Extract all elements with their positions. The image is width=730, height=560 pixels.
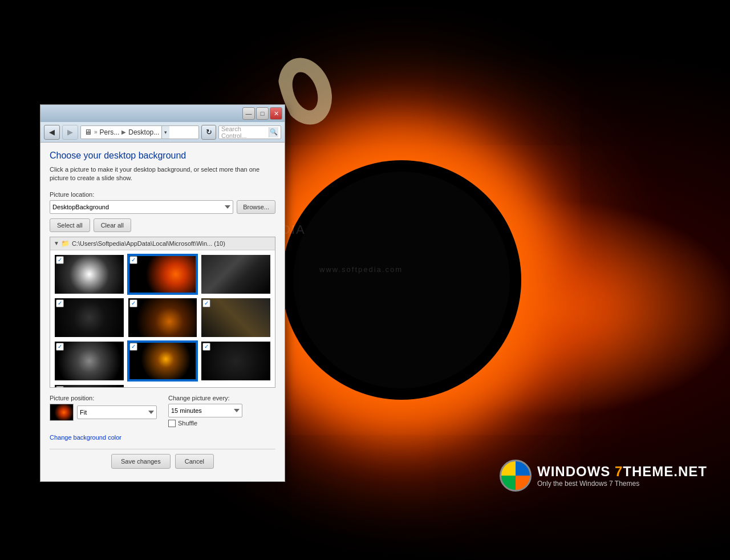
image-cell-1[interactable]: ✓: [54, 254, 125, 295]
bottom-buttons: Save changes Cancel: [50, 449, 275, 473]
image-check-6[interactable]: ✓: [202, 299, 210, 307]
brand-badge: WINDOWS 7THEME.NET Only the best Windows…: [500, 460, 707, 492]
page-description: Click a picture to make it your desktop …: [50, 165, 275, 183]
breadcrumb-sep2: ▶: [121, 129, 126, 135]
search-icon[interactable]: 🔍: [269, 127, 278, 137]
picture-location-label: Picture location:: [50, 191, 275, 198]
image-cell-7[interactable]: ✓: [54, 340, 125, 382]
content-area: Choose your desktop background Click a p…: [40, 143, 285, 481]
image-check-8[interactable]: ✓: [129, 343, 137, 351]
image-thumb-4: [55, 298, 124, 337]
image-cell-4[interactable]: ✓: [54, 297, 125, 338]
titlebar-buttons: — □ ✕: [242, 107, 282, 120]
shuffle-checkbox[interactable]: [168, 420, 176, 427]
refresh-button[interactable]: ↻: [201, 125, 216, 140]
shuffle-row: Shuffle: [168, 420, 275, 427]
image-check-7[interactable]: ✓: [56, 343, 64, 351]
image-cell-5[interactable]: ✓: [127, 297, 198, 338]
breadcrumb-sep1: »: [94, 129, 98, 135]
breadcrumb-crumb2[interactable]: Desktop...: [128, 128, 159, 136]
image-cell-3[interactable]: [200, 254, 271, 295]
position-group: Picture position: Fit Fill Stretch Tile …: [50, 395, 157, 421]
image-cell-9[interactable]: ✓: [200, 340, 271, 382]
breadcrumb: 🖥 » Pers... ▶ Desktop... ▾: [80, 125, 199, 139]
picture-position-label: Picture position:: [50, 395, 157, 401]
image-check-10[interactable]: ✓: [56, 386, 64, 388]
interval-select[interactable]: 15 minutes 1 minute 10 minutes 30 minute…: [168, 404, 242, 417]
breadcrumb-crumb1[interactable]: Pers...: [100, 128, 120, 136]
image-cell-6[interactable]: ✓: [200, 297, 271, 338]
image-check-2[interactable]: ✓: [129, 256, 137, 264]
image-thumb-7: [55, 342, 124, 380]
back-button[interactable]: ◀: [44, 125, 60, 140]
folder-icon: 📁: [61, 240, 70, 247]
position-row: Fit Fill Stretch Tile Center: [50, 404, 157, 421]
breadcrumb-dropdown[interactable]: ▾: [161, 126, 169, 139]
image-thumb-5: [128, 298, 197, 337]
change-background-color-link[interactable]: Change background color: [50, 434, 275, 441]
brand-line1: WINDOWS 7THEME.NET: [537, 464, 707, 480]
image-check-5[interactable]: ✓: [129, 299, 137, 307]
folder-path: C:\Users\Softpedia\AppData\Local\Microso…: [72, 240, 225, 247]
image-thumb-10: [55, 385, 124, 388]
forward-button[interactable]: ▶: [62, 125, 78, 140]
bottom-controls: Picture position: Fit Fill Stretch Tile …: [50, 395, 275, 427]
image-cell-2[interactable]: ✓: [127, 254, 198, 295]
save-button[interactable]: Save changes: [111, 454, 171, 469]
position-select[interactable]: Fit Fill Stretch Tile Center: [77, 405, 157, 419]
position-thumbnail: [50, 404, 74, 421]
titlebar: — □ ✕: [40, 105, 285, 122]
image-thumb-9: [201, 342, 270, 380]
interval-group: Change picture every: 15 minutes 1 minut…: [168, 395, 275, 427]
image-grid: ✓ ✓ ✓ ✓ ✓: [50, 250, 275, 388]
brand-text: WINDOWS 7THEME.NET Only the best Windows…: [537, 464, 707, 488]
minimize-button[interactable]: —: [242, 107, 255, 120]
cancel-button[interactable]: Cancel: [175, 454, 214, 469]
breadcrumb-icon: 🖥: [84, 128, 92, 136]
shuffle-label: Shuffle: [178, 420, 197, 427]
search-bar: Search Control... 🔍: [218, 125, 281, 139]
image-thumb-6: [201, 298, 270, 337]
interval-row: 15 minutes 1 minute 10 minutes 30 minute…: [168, 404, 275, 417]
search-placeholder-text: Search Control...: [221, 125, 266, 139]
clear-all-button[interactable]: Clear all: [94, 218, 131, 232]
image-thumb-8: [128, 342, 197, 380]
image-check-4[interactable]: ✓: [56, 299, 64, 307]
browse-button[interactable]: Browse...: [237, 200, 275, 214]
brand-line2: Only the best Windows 7 Themes: [537, 480, 707, 488]
location-select[interactable]: DesktopBackground: [50, 200, 233, 214]
image-grid-container: ▼ 📁 C:\Users\Softpedia\AppData\Local\Mic…: [50, 237, 275, 388]
image-thumb-1: [55, 255, 124, 294]
folder-row: ▼ 📁 C:\Users\Softpedia\AppData\Local\Mic…: [50, 237, 275, 250]
dialog-window: — □ ✕ ◀ ▶ 🖥 » Pers... ▶ Desktop... ▾ ↻ S…: [40, 104, 285, 482]
position-thumb-img: [50, 404, 73, 420]
navbar: ◀ ▶ 🖥 » Pers... ▶ Desktop... ▾ ↻ Search …: [40, 122, 285, 143]
maximize-button[interactable]: □: [256, 107, 269, 120]
picture-location-row: DesktopBackground Browse...: [50, 200, 275, 214]
close-button[interactable]: ✕: [270, 107, 282, 120]
image-cell-10[interactable]: ✓: [54, 384, 125, 388]
image-check-1[interactable]: ✓: [56, 256, 64, 264]
image-cell-8[interactable]: ✓: [127, 340, 198, 382]
select-all-button[interactable]: Select all: [50, 218, 90, 232]
change-picture-label: Change picture every:: [168, 395, 275, 401]
page-title: Choose your desktop background: [50, 151, 275, 161]
folder-triangle-icon: ▼: [54, 240, 59, 246]
action-buttons: Select all Clear all: [50, 218, 275, 232]
brand-7: 7: [615, 464, 623, 479]
image-thumb-2: [128, 255, 197, 294]
image-thumb-3: [201, 255, 270, 294]
watermark-2: www.softpedia.com: [319, 265, 403, 274]
image-check-9[interactable]: ✓: [202, 343, 210, 351]
brand-logo: [500, 460, 532, 492]
